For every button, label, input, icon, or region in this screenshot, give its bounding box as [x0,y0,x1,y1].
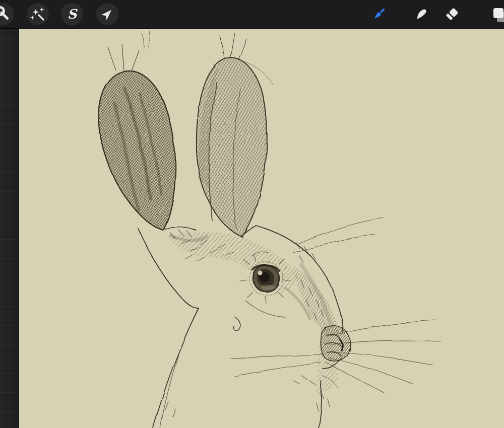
hare-left-ear [99,30,175,231]
layers-button[interactable] [491,5,504,23]
magic-wand-icon [27,3,49,25]
paintbrush-icon [370,6,388,23]
wrench-icon [0,3,14,25]
paint-tool-button[interactable] [370,5,388,23]
hare-sketch-artwork [19,28,504,428]
smudge-tool-button[interactable] [412,5,430,23]
selection-s-icon: S [61,3,83,25]
drawing-canvas[interactable] [19,28,504,428]
transform-arrow-icon [96,3,118,25]
hare-right-ear [197,33,273,237]
transform-button[interactable] [96,3,118,25]
layers-icon [491,6,504,23]
smudge-icon [413,6,430,23]
selection-glyph: S [68,7,78,22]
selection-button[interactable]: S [61,3,83,25]
eraser-icon [444,6,461,23]
adjustments-button[interactable] [27,3,49,25]
top-toolbar: S [0,0,504,28]
actions-button[interactable] [0,3,14,25]
erase-tool-button[interactable] [443,5,461,23]
